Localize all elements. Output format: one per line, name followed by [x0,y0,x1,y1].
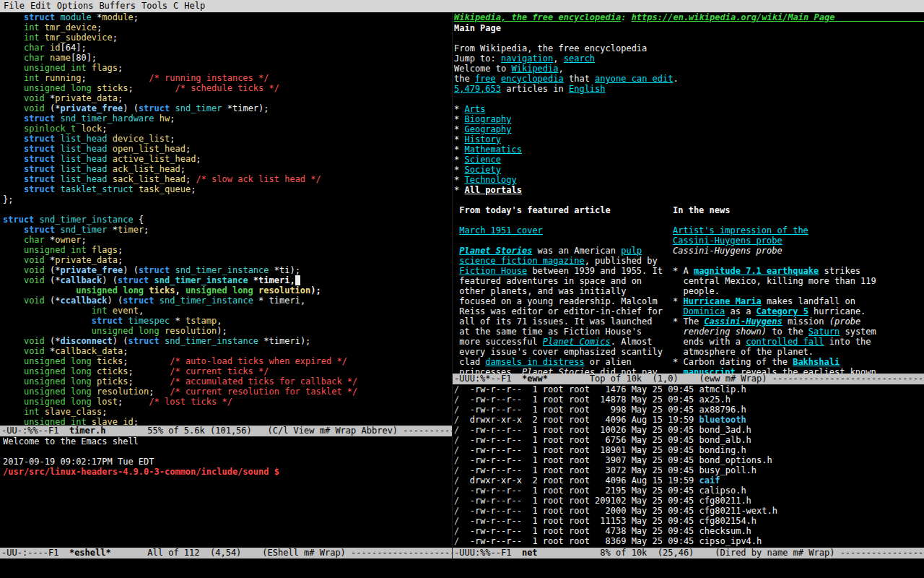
link[interactable]: navigation [501,53,553,64]
link[interactable]: Bakhshali [793,357,840,367]
text-segment: -rw-r--r-- 1 root root 1476 May 25 09:45 [459,384,699,394]
menu-item-options[interactable]: Options [57,1,94,11]
link[interactable]: magnitude 7.1 earthquake [694,266,819,276]
eshell-buffer[interactable]: Welcome to the Emacs shell2017-09-19 09:… [0,436,452,548]
link[interactable]: Fiction House [459,266,527,276]
text-segment: into the [824,337,871,347]
eww-line [454,94,924,104]
eww-line: rendering shown) to the Saturn system [673,327,924,337]
link[interactable]: search [564,53,595,64]
text-segment [55,225,60,235]
text-segment [3,336,24,346]
link[interactable]: History [464,134,501,144]
eww-line: Main Page [454,23,924,33]
link[interactable]: manuscript [683,367,735,374]
text-segment: timer.h [69,426,106,436]
text-segment [3,144,24,154]
dired-buffer-net[interactable]: / -rw-r--r-- 1 root root 1476 May 25 09:… [453,384,924,548]
text-segment [92,366,97,376]
right-pane: Wikipedia, the free encyclopedia: https:… [452,12,924,558]
eshell-line: 2017-09-19 09:02:17PM Tue EDT [3,457,452,467]
link[interactable]: Cassini-Huygens probe [673,236,783,246]
text-segment: snd_timer [175,103,222,113]
text-segment [3,124,24,134]
eww-line: central Mexico, killing more than 119 [673,276,924,286]
link[interactable]: science fiction magazine [459,256,584,266]
modeline-text: -UUU:%%--F1 net 8% of 10k (25,46) (Dired… [454,548,924,558]
link[interactable]: Technology [464,175,516,185]
text-segment: snd_timer_instance [165,336,258,346]
text-segment: void [24,265,45,275]
text-segment: other planets, and was initially [454,286,626,296]
eww-buffer-wikipedia[interactable]: Main PageFrom Wikipedia, the free encycl… [453,23,924,374]
text-segment: * [454,134,464,144]
text-segment: * [92,12,102,22]
link[interactable]: March 1951 cover [459,225,543,236]
eww-line: all of its 71 issues. It was launched [454,316,673,327]
eww-line: at the same time as Fiction House's [454,327,673,337]
code-line: int running; /* running instances */ [3,73,452,83]
text-segment: flags [92,63,118,73]
menu-item-c[interactable]: C [173,1,178,11]
link[interactable]: English [569,84,606,94]
link[interactable]: All portals [464,185,521,195]
text-segment: void [24,255,45,265]
link[interactable]: Dominica [683,306,725,316]
text-segment [87,417,92,426]
link[interactable]: controlled fall [746,337,824,347]
text-segment: ; [180,164,186,174]
text-segment [55,134,60,144]
code-line: unsigned long pticks; /* accumulated tic… [3,376,452,387]
link[interactable]: Geography [464,124,511,134]
text-segment: , [139,306,144,316]
link[interactable]: Biography [464,114,511,124]
eww-line: clad damsels in distress or alien [454,357,673,367]
link[interactable]: Artist's impression of the [673,225,808,236]
text-segment: unsigned long [76,285,144,296]
link[interactable]: pulp [621,246,642,256]
text-segment: -rw-r--r-- 1 root root 10026 May 25 09:4… [459,425,699,435]
menu-item-file[interactable]: File [4,1,25,11]
text-segment [3,53,24,63]
text-segment: * [454,165,464,175]
link[interactable]: 5,479,653 [454,84,501,94]
text-segment: system [840,327,876,337]
text-segment: struct [24,134,55,144]
text-segment [3,316,92,326]
link[interactable]: Science [464,155,501,165]
text-segment [3,225,24,235]
link[interactable]: Hurricane Maria [683,296,761,306]
text-segment [92,376,97,387]
eww-line: 5,479,653 articles in English [454,84,924,94]
link[interactable]: Planet Stories [459,246,532,256]
text-segment: ; [149,387,170,397]
link[interactable]: Arts [464,104,485,114]
menu-item-edit[interactable]: Edit [30,1,51,11]
menu-item-help[interactable]: Help [184,1,205,11]
link[interactable]: Saturn [808,327,840,337]
link[interactable]: Category 5 [757,306,808,316]
menu-item-tools[interactable]: Tools [141,1,167,11]
text-segment: ticks [149,285,175,296]
text-segment: resolution [258,285,310,296]
code-line: unsigned long ticks; /* auto-load ticks … [3,356,452,366]
text-segment: * The [673,316,704,327]
link[interactable]: Mathematics [464,144,521,155]
link[interactable]: anyone can edit [595,74,673,84]
text-segment: private_free [61,265,123,275]
link[interactable]: Cassini-Huygens [704,316,782,327]
dired-entry: / -rw-r--r-- 1 root root 11153 May 25 09… [454,516,924,526]
code-buffer-timer-h[interactable]: struct module *module; int tmr_device; i… [0,12,452,426]
text-segment: ; [102,124,107,134]
text-segment: Top of 10k (1,0) (eww m# Wrap) ---------… [548,374,924,384]
link[interactable]: damsels in distress [485,357,584,367]
link[interactable]: Wikipedia [511,64,558,74]
link[interactable]: Society [464,165,501,175]
link[interactable]: Planet Comics [543,337,611,347]
eww-line: * Mathematics [454,144,924,155]
text-segment: rendering shown) [683,327,767,337]
link[interactable]: encyclopedia [501,74,564,84]
link[interactable]: free [475,74,496,84]
menu-item-buffers[interactable]: Buffers [99,1,136,11]
text-segment: task_queue [139,184,191,194]
